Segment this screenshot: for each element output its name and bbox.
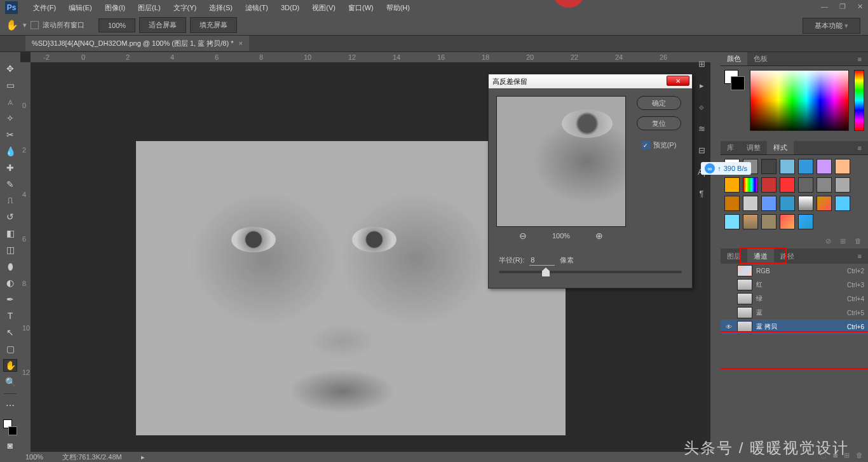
status-more-icon[interactable]: ▸ (141, 453, 145, 461)
marquee-tool-icon[interactable]: ▭ (3, 79, 17, 92)
slider-thumb[interactable] (542, 268, 550, 276)
delete-channel-icon[interactable]: 🗑 (856, 451, 863, 459)
lasso-tool-icon[interactable]: ⟑ (3, 95, 17, 108)
document-tab[interactable]: %SD}31J8[4{A[N4Q_DH32OM.png @ 100% (图层 1… (25, 36, 249, 51)
hue-bar[interactable] (854, 70, 864, 131)
save-selection-icon[interactable]: ◙ (833, 451, 837, 459)
shape-tool-icon[interactable]: ▢ (3, 343, 17, 355)
menu-view[interactable]: 视图(V) (306, 0, 342, 15)
visibility-icon[interactable] (724, 308, 733, 317)
style-swatch[interactable] (724, 214, 740, 229)
paragraph-icon[interactable]: ⊟ (695, 144, 708, 156)
menu-filter[interactable]: 滤镜(T) (239, 0, 275, 15)
dialog-titlebar[interactable]: 高反差保留 ✕ (489, 74, 692, 88)
zoom-tool-icon[interactable]: 🔍 (3, 376, 17, 388)
quick-mask-icon[interactable]: ◙ (3, 439, 17, 452)
color-fg-bg[interactable] (724, 70, 745, 90)
eyedropper-tool-icon[interactable]: 💧 (3, 145, 17, 158)
tab-color[interactable]: 颜色 (721, 52, 747, 65)
no-style-icon[interactable]: ⊘ (825, 237, 831, 245)
style-swatch[interactable] (780, 159, 795, 174)
menu-3d[interactable]: 3D(D) (275, 0, 306, 15)
dodge-tool-icon[interactable]: ◐ (3, 276, 17, 289)
style-swatch[interactable] (798, 159, 813, 174)
style-swatch[interactable] (724, 196, 740, 211)
zoom-out-icon[interactable]: ⊖ (519, 231, 527, 241)
style-swatch[interactable] (761, 214, 776, 229)
type-tool-icon[interactable]: T (3, 309, 17, 322)
style-swatch[interactable] (743, 196, 758, 211)
tab-adjust[interactable]: 调整 (740, 141, 767, 154)
brush-icon[interactable]: ≋ (695, 122, 708, 135)
visibility-icon[interactable] (724, 294, 733, 303)
menu-window[interactable]: 窗口(W) (342, 0, 380, 15)
healing-tool-icon[interactable]: ✚ (3, 161, 17, 174)
color-spectrum[interactable] (750, 70, 849, 131)
style-swatch[interactable] (817, 159, 832, 174)
stamp-tool-icon[interactable]: ⎍ (3, 194, 17, 207)
style-swatch[interactable] (835, 177, 850, 193)
hand-tool-icon[interactable]: ✋ (3, 359, 17, 372)
expand-icon[interactable]: ▸ (695, 79, 708, 92)
zoom-in-icon[interactable]: ⊕ (595, 231, 603, 241)
window-restore-icon[interactable]: ❐ (839, 3, 846, 11)
fit-screen-button[interactable]: 适合屏幕 (139, 17, 186, 33)
channel-row[interactable]: RGBCtrl+2 (721, 264, 868, 278)
style-swatch[interactable] (835, 159, 850, 174)
new-style-icon[interactable]: ⊞ (840, 237, 846, 245)
ok-button[interactable]: 确定 (637, 96, 681, 110)
panel-icon[interactable]: ⊞ (695, 57, 708, 70)
visibility-icon[interactable] (724, 280, 733, 289)
style-swatch[interactable] (743, 214, 758, 229)
blur-tool-icon[interactable]: ⬮ (3, 260, 17, 273)
window-close-icon[interactable]: ✕ (857, 3, 863, 11)
style-swatch[interactable] (743, 177, 758, 193)
eraser-tool-icon[interactable]: ◧ (3, 227, 17, 240)
window-minimize-icon[interactable]: — (821, 3, 828, 11)
channel-row[interactable]: 绿Ctrl+4 (721, 292, 868, 306)
tab-styles[interactable]: 样式 (767, 141, 794, 154)
dialog-preview[interactable] (496, 96, 626, 227)
load-selection-icon[interactable]: ◌ (820, 451, 827, 459)
menu-type[interactable]: 文字(Y) (167, 0, 203, 15)
path-tool-icon[interactable]: ↖ (3, 326, 17, 339)
history-icon[interactable]: ⟐ (695, 100, 708, 113)
menu-file[interactable]: 文件(F) (27, 0, 62, 15)
crop-tool-icon[interactable]: ✂ (3, 128, 17, 141)
edit-toolbar-icon[interactable]: ⋯ (3, 399, 17, 412)
history-brush-tool-icon[interactable]: ↺ (3, 210, 17, 223)
brush-tool-icon[interactable]: ✎ (3, 178, 17, 191)
fg-bg-colors[interactable] (3, 419, 17, 435)
tab-swatches[interactable]: 色板 (747, 52, 774, 65)
style-swatch[interactable] (780, 196, 795, 211)
menu-help[interactable]: 帮助(H) (380, 0, 416, 15)
panel-menu-icon[interactable]: ≡ (851, 141, 868, 154)
style-swatch[interactable] (798, 177, 813, 193)
tab-paths[interactable]: 路径 (774, 248, 801, 264)
style-swatch[interactable] (835, 196, 850, 211)
radius-input[interactable] (529, 255, 555, 266)
visibility-icon[interactable]: 👁 (724, 322, 733, 331)
style-swatch[interactable] (761, 159, 776, 174)
menu-image[interactable]: 图像(I) (98, 0, 132, 15)
tab-close-icon[interactable]: × (238, 39, 242, 47)
delete-style-icon[interactable]: 🗑 (855, 237, 862, 245)
tab-layers[interactable]: 图层 (721, 248, 747, 264)
status-zoom[interactable]: 100% (25, 453, 43, 461)
new-channel-icon[interactable]: ⊞ (844, 451, 850, 459)
tab-channels[interactable]: 通道 (747, 248, 774, 264)
menu-select[interactable]: 选择(S) (203, 0, 239, 15)
scroll-all-checkbox[interactable] (31, 21, 39, 29)
channel-row[interactable]: 红Ctrl+3 (721, 278, 868, 292)
channel-row[interactable]: 👁蓝 拷贝Ctrl+6 (721, 320, 868, 334)
channel-row[interactable]: 蓝Ctrl+5 (721, 306, 868, 320)
style-swatch[interactable] (817, 196, 832, 211)
status-docsize[interactable]: 文档:761.3K/2.48M (62, 452, 122, 462)
reset-button[interactable]: 复位 (637, 116, 681, 130)
magic-wand-tool-icon[interactable]: ✧ (3, 112, 17, 125)
visibility-icon[interactable] (724, 266, 733, 275)
style-swatch[interactable] (780, 177, 795, 193)
panel-menu-icon[interactable]: ≡ (851, 52, 868, 65)
gradient-tool-icon[interactable]: ◫ (3, 243, 17, 256)
tab-library[interactable]: 库 (721, 141, 740, 154)
